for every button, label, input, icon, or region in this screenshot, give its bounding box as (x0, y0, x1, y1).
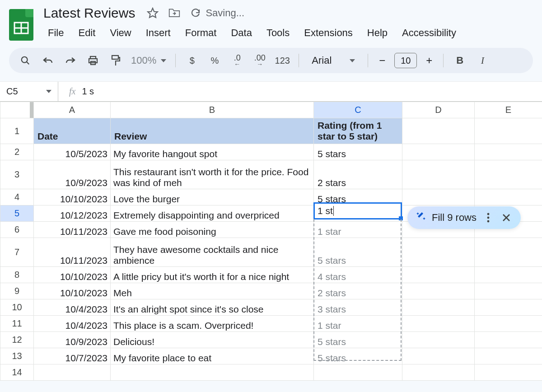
cell[interactable] (402, 332, 475, 348)
menu-format[interactable]: Format (179, 24, 223, 42)
cell-date[interactable]: 10/4/2023 (34, 299, 111, 316)
cell[interactable] (475, 348, 542, 364)
column-header-A[interactable]: A (34, 102, 111, 118)
cell-review[interactable]: My favorite place to eat (111, 348, 314, 364)
cell[interactable] (475, 364, 542, 381)
row-header[interactable]: 1 (0, 118, 34, 144)
close-icon[interactable] (500, 211, 513, 224)
cell[interactable] (475, 267, 542, 283)
column-header-C[interactable]: C (314, 102, 402, 118)
cell[interactable] (402, 267, 475, 283)
sheets-logo[interactable] (9, 9, 33, 41)
cell[interactable] (402, 316, 475, 332)
header-cell[interactable]: Date (34, 118, 111, 144)
menu-insert[interactable]: Insert (140, 24, 177, 42)
row-header[interactable]: 10 (0, 299, 34, 316)
zoom-picker[interactable]: 100% (128, 55, 169, 66)
header-cell[interactable]: Review (111, 118, 314, 144)
cell-date[interactable]: 10/10/2023 (34, 267, 111, 283)
cell[interactable] (475, 283, 542, 299)
cell-rating[interactable] (314, 364, 402, 381)
cell[interactable] (402, 144, 475, 160)
cell-review[interactable]: My favorite hangout spot (111, 144, 314, 160)
cell-review[interactable]: This restaurant isn't worth it for the p… (111, 160, 314, 189)
cell-review[interactable]: Love the burger (111, 189, 314, 205)
row-header[interactable]: 12 (0, 332, 34, 348)
move-to-drive-icon[interactable] (168, 7, 180, 19)
row-header[interactable]: 8 (0, 267, 34, 283)
cell-date[interactable]: 10/12/2023 (34, 205, 111, 222)
menu-tools[interactable]: Tools (260, 24, 296, 42)
paint-format-icon[interactable] (106, 51, 126, 70)
cell[interactable] (402, 118, 475, 144)
cell[interactable] (402, 238, 475, 267)
row-header[interactable]: 3 (0, 160, 34, 189)
decrease-decimal-button[interactable]: .0← (227, 51, 247, 70)
row-header[interactable]: 2 (0, 144, 34, 160)
cell[interactable] (475, 299, 542, 316)
cell-date[interactable]: 10/4/2023 (34, 316, 111, 332)
cell-rating[interactable]: 1 star (314, 222, 402, 238)
name-box[interactable]: C5 (0, 82, 58, 101)
star-icon[interactable] (147, 7, 159, 19)
smart-fill-chip[interactable]: Fill 9 rows (407, 206, 521, 229)
doc-title[interactable]: Latest Reviews (42, 5, 137, 22)
cell[interactable] (402, 189, 475, 205)
cell-rating[interactable]: 5 stars (314, 238, 402, 267)
cell-rating[interactable]: 5 stars (314, 348, 402, 364)
header-cell[interactable]: Rating (from 1 star to 5 star) (314, 118, 402, 144)
cell-review[interactable]: Meh (111, 283, 314, 299)
print-icon[interactable] (83, 51, 103, 70)
cell-review[interactable]: This place is a scam. Overpriced! (111, 316, 314, 332)
cell-rating[interactable]: 1 star (314, 316, 402, 332)
cell-review[interactable]: A little pricy but it's worth it for a n… (111, 267, 314, 283)
row-header[interactable]: 13 (0, 348, 34, 364)
cell[interactable] (475, 332, 542, 348)
row-header[interactable]: 5 (0, 205, 34, 222)
row-header[interactable]: 9 (0, 283, 34, 299)
undo-icon[interactable] (38, 51, 58, 70)
cell-date[interactable]: 10/11/2023 (34, 222, 111, 238)
font-size-decrease-button[interactable]: − (374, 53, 390, 68)
cell-rating[interactable]: 5 stars (314, 144, 402, 160)
font-size-input[interactable]: 10 (394, 53, 417, 68)
cell[interactable] (475, 189, 542, 205)
active-cell[interactable]: 1 st (313, 202, 402, 219)
percent-format-button[interactable]: % (205, 51, 224, 70)
cell-rating[interactable]: 2 stars (314, 283, 402, 299)
cell-date[interactable]: 10/9/2023 (34, 160, 111, 189)
cell-date[interactable]: 10/5/2023 (34, 144, 111, 160)
more-formats-button[interactable]: 123 (272, 51, 292, 70)
select-all-cell[interactable] (0, 102, 34, 118)
cell-review[interactable]: Gave me food poisoning (111, 222, 314, 238)
formula-bar[interactable]: 1 s (82, 82, 94, 101)
cell-date[interactable]: 10/10/2023 (34, 189, 111, 205)
spreadsheet-grid[interactable]: ABCDE 1DateReviewRating (from 1 star to … (0, 102, 542, 381)
cell-rating[interactable]: 4 stars (314, 267, 402, 283)
increase-decimal-button[interactable]: .00→ (250, 51, 270, 70)
menu-data[interactable]: Data (224, 24, 258, 42)
cell-review[interactable] (111, 364, 314, 381)
menu-help[interactable]: Help (361, 24, 394, 42)
menu-extensions[interactable]: Extensions (298, 24, 359, 42)
menu-accessibility[interactable]: Accessibility (396, 24, 463, 42)
cell-rating[interactable]: 3 stars (314, 299, 402, 316)
cell[interactable] (402, 299, 475, 316)
bold-button[interactable]: B (450, 51, 470, 70)
row-header[interactable]: 6 (0, 222, 34, 238)
cell[interactable] (475, 144, 542, 160)
font-family-picker[interactable]: Arial (305, 55, 361, 66)
redo-icon[interactable] (61, 51, 80, 70)
cell-review[interactable]: Delicious! (111, 332, 314, 348)
row-header[interactable]: 7 (0, 238, 34, 267)
cell[interactable] (475, 238, 542, 267)
currency-format-button[interactable]: $ (182, 51, 202, 70)
row-header[interactable]: 4 (0, 189, 34, 205)
row-header[interactable]: 14 (0, 364, 34, 381)
menu-file[interactable]: File (42, 24, 70, 42)
cell-rating[interactable]: 2 stars (314, 160, 402, 189)
cell-date[interactable]: 10/9/2023 (34, 332, 111, 348)
menu-edit[interactable]: Edit (72, 24, 102, 42)
cell[interactable] (475, 118, 542, 144)
cell-date[interactable]: 10/10/2023 (34, 283, 111, 299)
